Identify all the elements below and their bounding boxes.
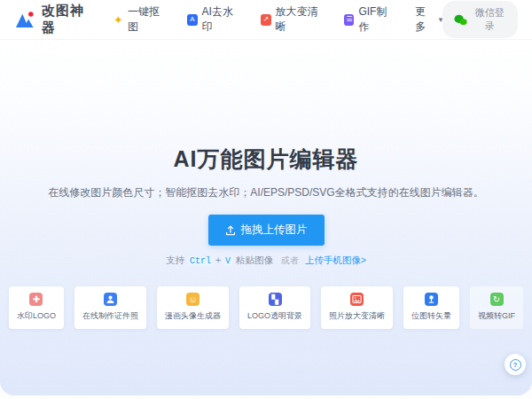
- watermark-plus-icon: ✚: [29, 293, 43, 306]
- question-mark-icon: ?: [510, 359, 521, 371]
- nav-label: 一键抠图: [128, 4, 164, 35]
- logo[interactable]: 改图神器: [14, 3, 90, 36]
- wechat-icon: [454, 14, 467, 26]
- main-nav: ✦ 一键抠图 A AI去水印 ↗ 放大变清晰 ☰ GIF制作 更多 ▾: [113, 4, 442, 35]
- gif-maker-icon: ☰: [344, 14, 354, 26]
- nav-item-watermark-remove[interactable]: A AI去水印: [187, 4, 238, 35]
- feature-label: 位图转矢量: [411, 310, 451, 322]
- vector-pin-icon: [425, 293, 438, 306]
- video-gif-icon: ↻: [490, 293, 504, 306]
- upload-image-button[interactable]: 拖拽上传图片: [208, 215, 325, 246]
- nav-item-cutout[interactable]: ✦ 一键抠图: [113, 4, 165, 35]
- feature-label: 漫画头像生成器: [165, 310, 221, 322]
- page: 改图神器 ✦ 一键抠图 A AI去水印 ↗ 放大变清晰 ☰ GIF制作 更多 ▾: [0, 0, 532, 395]
- feature-card-transparent-bg[interactable]: ▚ LOGO透明背景: [239, 286, 310, 329]
- feature-card-photo-enlarge[interactable]: 照片放大变清晰: [321, 286, 393, 329]
- feature-label: 水印LOGO: [17, 310, 56, 322]
- or-word: 或者: [281, 255, 299, 265]
- kbd-v: V: [223, 256, 233, 266]
- hero-section: AI万能图片编辑器 在线修改图片颜色尺寸；智能抠图去水印；AI/EPS/PSD/…: [0, 40, 532, 329]
- enlarge-icon: ↗: [261, 14, 270, 26]
- logo-text: 改图神器: [42, 3, 90, 36]
- transparent-background-icon: ▚: [269, 293, 282, 306]
- feature-label: LOGO透明背景: [247, 310, 302, 322]
- paste-hint: 支持 Ctrl+V 粘贴图像 或者 上传手机图像>: [0, 254, 532, 267]
- photo-enlarge-icon: [350, 293, 364, 306]
- feature-label: 视频转GIF: [478, 310, 515, 322]
- kbd-ctrl: Ctrl: [187, 256, 214, 266]
- mobile-upload-link[interactable]: 上传手机图像>: [305, 254, 366, 265]
- nav-item-more[interactable]: 更多 ▾: [415, 4, 442, 35]
- nav-label: 放大变清晰: [276, 4, 322, 35]
- wechat-login-label: 微信登录: [473, 6, 506, 33]
- help-button[interactable]: ?: [505, 354, 526, 375]
- plus-sign: +: [215, 254, 221, 265]
- id-photo-person-icon: [104, 293, 117, 306]
- feature-label: 照片放大变清晰: [329, 310, 385, 322]
- nav-label: 更多: [415, 4, 432, 35]
- feature-card-row: ✚ 水印LOGO 在线制作证件照 ☺ 漫画头像生成器 ▚ LOGO透明背景: [0, 286, 532, 329]
- cartoon-avatar-icon: ☺: [186, 293, 200, 306]
- nav-item-enlarge[interactable]: ↗ 放大变清晰: [261, 4, 321, 35]
- nav-label: GIF制作: [358, 4, 392, 35]
- feature-card-id-photo[interactable]: 在线制作证件照: [74, 286, 146, 329]
- watermark-remove-icon: A: [187, 14, 197, 26]
- nav-label: AI去水印: [202, 4, 239, 35]
- feature-card-watermark-logo[interactable]: ✚ 水印LOGO: [9, 286, 64, 329]
- paste-prefix: 支持: [166, 254, 184, 265]
- nav-item-gif-maker[interactable]: ☰ GIF制作: [344, 4, 392, 35]
- upload-icon: [225, 225, 236, 236]
- feature-label: 在线制作证件照: [82, 310, 138, 322]
- wechat-login-button[interactable]: 微信登录: [442, 1, 518, 38]
- upload-button-label: 拖拽上传图片: [241, 223, 308, 238]
- header: 改图神器 ✦ 一键抠图 A AI去水印 ↗ 放大变清晰 ☰ GIF制作 更多 ▾: [0, 0, 532, 40]
- logo-mountain-icon: [14, 11, 35, 28]
- feature-card-video-to-gif[interactable]: ↻ 视频转GIF: [470, 286, 523, 329]
- page-title: AI万能图片编辑器: [0, 145, 532, 174]
- feature-card-bitmap-to-vector[interactable]: 位图转矢量: [403, 286, 459, 329]
- feature-card-cartoon-avatar[interactable]: ☺ 漫画头像生成器: [157, 286, 229, 329]
- paste-middle-text: 粘贴图像: [236, 254, 273, 265]
- magic-wand-icon: ✦: [113, 14, 123, 26]
- page-subtitle: 在线修改图片颜色尺寸；智能抠图去水印；AI/EPS/PSD/SVG全格式支持的在…: [0, 185, 532, 200]
